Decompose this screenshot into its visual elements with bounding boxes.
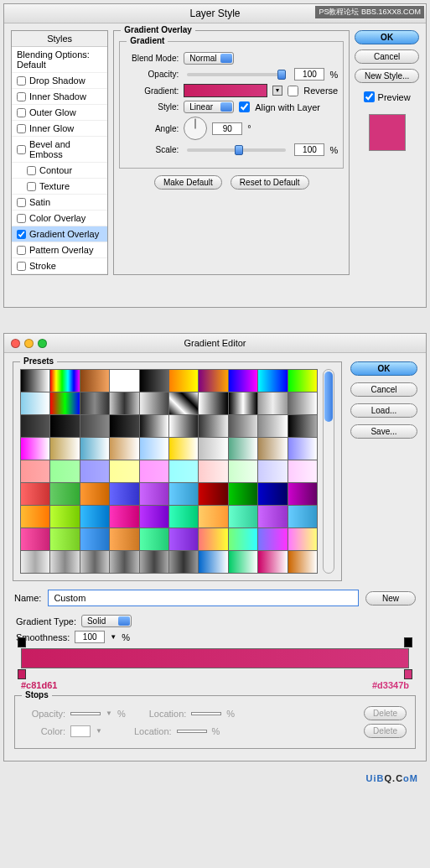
preset-swatch[interactable]	[50, 370, 79, 392]
opacity-stop-left[interactable]	[18, 637, 26, 647]
scale-slider[interactable]	[187, 148, 286, 152]
style-checkbox[interactable]	[27, 166, 36, 175]
style-checkbox[interactable]	[17, 246, 26, 255]
dropdown-icon[interactable]: ▼	[96, 727, 102, 735]
style-checkbox[interactable]	[17, 230, 26, 239]
preset-swatch[interactable]	[110, 438, 138, 460]
preset-swatch[interactable]	[110, 415, 138, 437]
preset-swatch[interactable]	[229, 415, 257, 437]
preset-swatch[interactable]	[21, 438, 49, 460]
preset-swatch[interactable]	[80, 528, 109, 550]
preset-swatch[interactable]	[140, 528, 168, 550]
new-style-button[interactable]: New Style...	[355, 69, 419, 83]
load-button[interactable]: Load...	[350, 403, 417, 418]
preset-swatch[interactable]	[169, 438, 198, 460]
opacity-stop-right[interactable]	[404, 637, 412, 647]
preset-swatch[interactable]	[50, 438, 79, 460]
preset-swatch[interactable]	[229, 460, 257, 482]
presets-scrollbar[interactable]	[323, 369, 334, 574]
style-item-outer-glow[interactable]: Outer Glow	[12, 105, 107, 121]
style-checkbox[interactable]	[17, 145, 26, 154]
new-button[interactable]: New	[365, 591, 416, 606]
preset-swatch[interactable]	[288, 528, 317, 550]
preset-swatch[interactable]	[258, 460, 287, 482]
smoothness-field[interactable]: 100	[75, 631, 105, 643]
preset-swatch[interactable]	[21, 551, 49, 573]
gradient-type-select[interactable]: Solid	[81, 615, 132, 627]
style-select[interactable]: Linear	[184, 101, 234, 113]
preset-swatch[interactable]	[229, 438, 257, 460]
preset-swatch[interactable]	[229, 392, 257, 414]
style-item-contour[interactable]: Contour	[12, 163, 107, 179]
preset-swatch[interactable]	[21, 460, 49, 482]
style-item-pattern-overlay[interactable]: Pattern Overlay	[12, 242, 107, 258]
preset-swatch[interactable]	[50, 551, 79, 573]
preset-swatch[interactable]	[21, 370, 49, 392]
preset-swatch[interactable]	[229, 370, 257, 392]
preset-swatch[interactable]	[140, 415, 168, 437]
make-default-button[interactable]: Make Default	[154, 175, 222, 190]
cancel-button[interactable]: Cancel	[355, 49, 419, 64]
angle-field[interactable]: 90	[212, 122, 242, 135]
preset-swatch[interactable]	[50, 528, 79, 550]
preset-swatch[interactable]	[288, 551, 317, 573]
preset-swatch[interactable]	[21, 392, 49, 414]
preset-swatch[interactable]	[50, 506, 79, 528]
preset-swatch[interactable]	[169, 483, 198, 505]
preset-swatch[interactable]	[288, 460, 317, 482]
preset-swatch[interactable]	[50, 483, 79, 505]
gradient-picker-arrow[interactable]: ▾	[272, 86, 282, 96]
preset-swatch[interactable]	[229, 528, 257, 550]
preset-swatch[interactable]	[288, 438, 317, 460]
preset-swatch[interactable]	[80, 370, 109, 392]
color-stop-right[interactable]	[404, 669, 412, 679]
preset-swatch[interactable]	[140, 460, 168, 482]
preset-swatch[interactable]	[21, 483, 49, 505]
preset-swatch[interactable]	[288, 506, 317, 528]
style-checkbox[interactable]	[17, 92, 26, 101]
style-checkbox[interactable]	[17, 262, 26, 271]
ok-button[interactable]: OK	[355, 30, 419, 44]
name-field[interactable]	[48, 590, 359, 606]
close-icon[interactable]	[11, 339, 20, 348]
gradient-bar[interactable]	[21, 648, 409, 668]
style-item-drop-shadow[interactable]: Drop Shadow	[12, 73, 107, 89]
style-item-inner-glow[interactable]: Inner Glow	[12, 121, 107, 137]
reset-default-button[interactable]: Reset to Default	[231, 175, 309, 190]
preset-swatch[interactable]	[80, 483, 109, 505]
style-checkbox[interactable]	[17, 214, 26, 223]
reverse-checkbox[interactable]	[288, 86, 298, 96]
preset-grid[interactable]	[20, 369, 318, 574]
preset-swatch[interactable]	[140, 392, 168, 414]
preset-swatch[interactable]	[110, 483, 138, 505]
opacity-slider[interactable]	[187, 73, 286, 76]
style-item-stroke[interactable]: Stroke	[12, 258, 107, 274]
preset-swatch[interactable]	[140, 506, 168, 528]
stop-color-location-field[interactable]	[177, 730, 207, 733]
preset-swatch[interactable]	[258, 392, 287, 414]
preset-swatch[interactable]	[140, 438, 168, 460]
preset-swatch[interactable]	[199, 483, 227, 505]
preset-swatch[interactable]	[199, 392, 227, 414]
preset-swatch[interactable]	[169, 528, 198, 550]
preset-swatch[interactable]	[110, 506, 138, 528]
style-checkbox[interactable]	[27, 182, 36, 191]
preset-swatch[interactable]	[50, 460, 79, 482]
stop-opacity-field[interactable]	[70, 712, 101, 715]
style-item-color-overlay[interactable]: Color Overlay	[12, 211, 107, 226]
preset-swatch[interactable]	[50, 415, 79, 437]
preset-swatch[interactable]	[169, 370, 198, 392]
preset-swatch[interactable]	[21, 506, 49, 528]
style-item-texture[interactable]: Texture	[12, 179, 107, 195]
preset-swatch[interactable]	[110, 392, 138, 414]
dropdown-icon[interactable]: ▼	[106, 709, 112, 717]
style-item-satin[interactable]: Satin	[12, 195, 107, 211]
preset-swatch[interactable]	[229, 483, 257, 505]
style-checkbox[interactable]	[17, 198, 26, 207]
stop-location-field[interactable]	[191, 712, 221, 715]
cancel-button[interactable]: Cancel	[350, 382, 417, 397]
align-checkbox[interactable]	[239, 101, 250, 112]
preset-swatch[interactable]	[199, 460, 227, 482]
styles-header[interactable]: Styles	[12, 31, 107, 47]
style-checkbox[interactable]	[17, 124, 26, 133]
